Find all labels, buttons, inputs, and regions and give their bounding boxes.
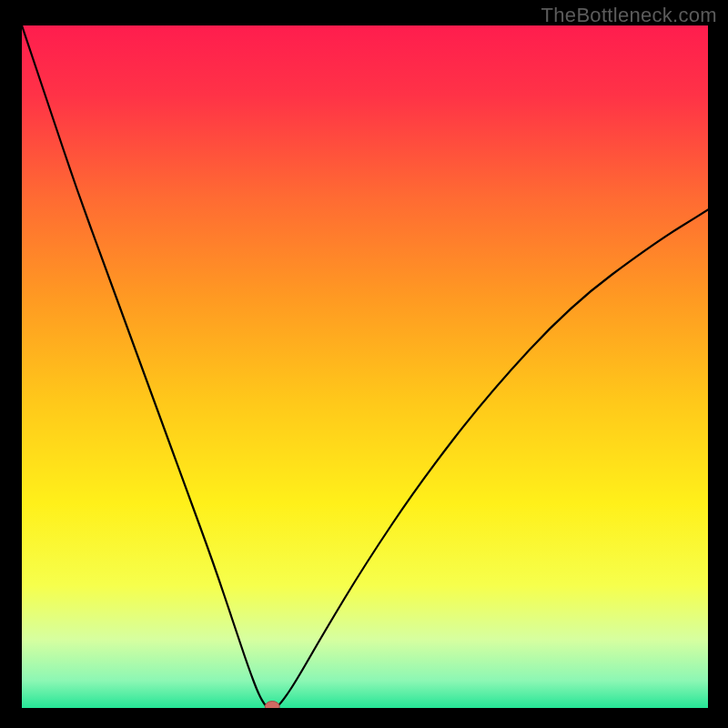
gradient-background (22, 25, 708, 708)
plot-area (22, 25, 708, 708)
watermark-text: TheBottleneck.com (541, 4, 717, 27)
minimum-marker (265, 702, 279, 709)
bottleneck-chart (22, 25, 708, 708)
chart-frame: TheBottleneck.com (0, 0, 728, 728)
